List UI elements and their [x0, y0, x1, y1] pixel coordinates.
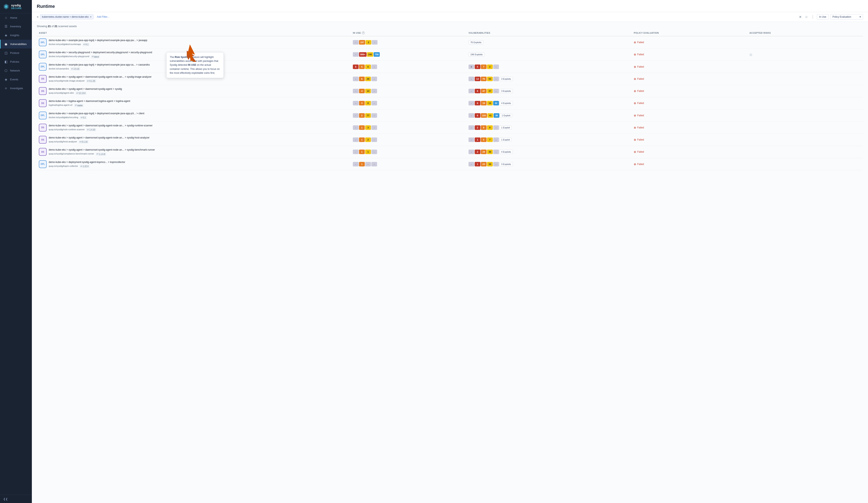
investigate-icon: ⍟: [4, 86, 8, 90]
table-row[interactable]: DS demo-kube-eks > sysdig-agent > daemon…: [37, 121, 863, 134]
asset-cell: DS demo-kube-eks > sysdig-agent > daemon…: [37, 85, 351, 97]
sidebar-item-network[interactable]: ⬡ Network: [0, 66, 32, 75]
collapse-icon: ❮❮: [3, 497, 8, 501]
accepted-risks-cell: [747, 134, 863, 146]
sidebar-collapse-btn[interactable]: ❮❮: [0, 495, 32, 503]
table-header: Asset In Use ? Vulnerabilities Policy Ev…: [37, 30, 863, 36]
sidebar-item-home[interactable]: ⌂ Home: [0, 13, 32, 22]
more-filter-btn[interactable]: ⋮: [810, 14, 815, 19]
vuln-cell: -22936-4 Exploits: [466, 146, 632, 158]
asset-path: demo-kube-eks > sysdig-agent > daemonset…: [49, 136, 149, 144]
policy-failed-badge: ⊗Failed: [634, 53, 745, 56]
events-icon: ◈: [4, 78, 8, 81]
sidebar-item-posture[interactable]: ◫ Posture: [0, 49, 32, 57]
sidebar-item-label: Home: [10, 16, 17, 19]
table-row[interactable]: DS demo-kube-eks > sysdig-agent > daemon…: [37, 73, 863, 85]
star-filter-btn[interactable]: ☆: [804, 14, 809, 19]
policy-cell: ⊗Failed: [632, 49, 747, 61]
logo-name: sysdig: [11, 4, 22, 7]
exploit-tag[interactable]: 1 Exploit: [500, 113, 512, 117]
table-row[interactable]: DPL demo-kube-eks > example-java-app-log…: [37, 36, 863, 49]
asset-cell: DPL demo-kube-eks > example-java-app-log…: [37, 109, 351, 121]
asset-path: demo-kube-eks > sysdig-agent > daemonset…: [49, 75, 152, 83]
remove-filter-btn[interactable]: ✕: [90, 16, 92, 18]
sidebar-item-vulnerabilities[interactable]: ◉ Vulnerabilities: [0, 40, 32, 49]
sidebar-item-label: Inventory: [10, 25, 21, 28]
table-row[interactable]: DPL demo-kube-eks > deployment:sysdig-ag…: [37, 158, 863, 170]
exploit-tag[interactable]: 4 Exploits: [499, 101, 513, 105]
asset-badge: DPL: [39, 51, 46, 58]
asset-path: demo-kube-eks > example-java-app-log4j >…: [49, 39, 147, 46]
inuse-cell: -38-: [351, 97, 466, 109]
asset-badge: DS: [39, 99, 46, 107]
accepted-risks-cell: [747, 109, 863, 121]
th-asset: Asset: [37, 30, 351, 36]
asset-badge: DS: [39, 148, 46, 156]
policy-failed-badge: ⊗Failed: [634, 150, 745, 154]
active-filter-tag[interactable]: kubernetes.cluster.name = demo-kube-eks …: [40, 14, 93, 19]
th-vulnerabilities: Vulnerabilities: [466, 30, 632, 36]
filter-value: kubernetes.cluster.name = demo-kube-eks: [42, 16, 89, 18]
inuse-cell: -1--: [351, 158, 466, 170]
sidebar-item-label: Events: [10, 78, 18, 81]
vuln-cell: -12336-3 Exploits: [466, 158, 632, 170]
exploit-tag[interactable]: 3 Exploits: [499, 162, 513, 166]
sidebar-item-label: Investigate: [10, 87, 23, 90]
page-title: Runtime: [37, 4, 863, 9]
policy-cell: ⊗Failed: [632, 146, 747, 158]
policy-failed-badge: ⊗Failed: [634, 102, 745, 105]
asset-badge: DS: [39, 75, 46, 83]
policy-failed-badge: ⊗Failed: [634, 126, 745, 129]
policy-failed-badge: ⊗Failed: [634, 41, 745, 44]
inuse-cell: -999+246758: [351, 49, 466, 61]
inuse-cell: -1972-: [351, 36, 466, 49]
clear-filter-btn[interactable]: ✕: [798, 14, 803, 19]
asset-path: demo-kube-eks > security-playground > de…: [49, 51, 152, 58]
table-row[interactable]: DS demo-kube-eks > sysdig-agent > daemon…: [37, 85, 863, 97]
policy-cell: ⊗Failed: [632, 73, 747, 85]
policy-cell: ⊗Failed: [632, 97, 747, 109]
logo-brand: SECURE: [11, 7, 22, 9]
logo: sysdig SECURE: [0, 0, 32, 13]
sidebar-item-events[interactable]: ◈ Events: [0, 75, 32, 84]
inuse-cell: -12-: [351, 134, 466, 146]
table-row[interactable]: DS demo-kube-eks > sysdig-agent > daemon…: [37, 134, 863, 146]
accepted-risks-cell: [747, 97, 863, 109]
exploit-tag[interactable]: 1 Exploit: [499, 125, 512, 130]
exploit-tag[interactable]: 4 Exploits: [499, 150, 513, 154]
table-body: DPL demo-kube-eks > example-java-app-log…: [37, 36, 863, 170]
add-filter-btn[interactable]: Add Filter...: [95, 14, 111, 19]
asset-badge: DPL: [39, 160, 46, 168]
sidebar-item-insights[interactable]: ◈ Insights: [0, 31, 32, 40]
sidebar-item-policies[interactable]: ◧ Policies: [0, 57, 32, 66]
vuln-cell: -137655-3 Exploits: [466, 73, 632, 85]
main-content: Runtime ≡ kubernetes.cluster.name = demo…: [32, 0, 868, 503]
table-row[interactable]: DPL demo-kube-eks > example-java-app-log…: [37, 61, 863, 73]
asset-badge: DPL: [39, 112, 46, 120]
exploit-tag[interactable]: 3 Exploits: [499, 89, 513, 93]
asset-cell: DS demo-kube-eks > sysdig-agent > daemon…: [37, 121, 351, 134]
table-row[interactable]: DS demo-kube-eks > logdna-agent > daemon…: [37, 97, 863, 109]
table-row[interactable]: DPL demo-kube-eks > security-playground …: [37, 49, 863, 61]
sidebar-nav: ⌂ Home ☰ Inventory ◈ Insights ◉ Vulnerab…: [0, 13, 32, 92]
inuse-dropdown[interactable]: In Use: [817, 14, 828, 20]
vulnerabilities-table: Asset In Use ? Vulnerabilities Policy Ev…: [37, 30, 863, 170]
sidebar-item-investigate[interactable]: ⍟ Investigate: [0, 84, 32, 92]
filter-icon: ≡: [37, 15, 39, 19]
asset-cell: DS demo-kube-eks > sysdig-agent > daemon…: [37, 134, 351, 146]
table-row[interactable]: DS demo-kube-eks > sysdig-agent > daemon…: [37, 146, 863, 158]
exploit-tag[interactable]: 3 Exploits: [499, 77, 513, 81]
vuln-cell: -615541381 Exploit: [466, 109, 632, 121]
inuse-cell: -13-: [351, 121, 466, 134]
page-header: Runtime: [32, 0, 868, 12]
inuse-help-icon[interactable]: ?: [362, 31, 365, 34]
policy-failed-badge: ⊗Failed: [634, 77, 745, 81]
policy-cell: ⊗Failed: [632, 36, 747, 49]
accepted-risks-cell: [747, 61, 863, 73]
table-row[interactable]: DPL demo-kube-eks > example-java-app-log…: [37, 109, 863, 121]
exploit-tag[interactable]: 1 Exploit: [499, 138, 512, 142]
sidebar-item-inventory[interactable]: ☰ Inventory: [0, 22, 32, 31]
policy-dropdown[interactable]: Policy Evaluation ▾: [830, 14, 863, 20]
vuln-cell: 76 Exploits: [466, 36, 632, 49]
policy-failed-badge: ⊗Failed: [634, 163, 745, 166]
